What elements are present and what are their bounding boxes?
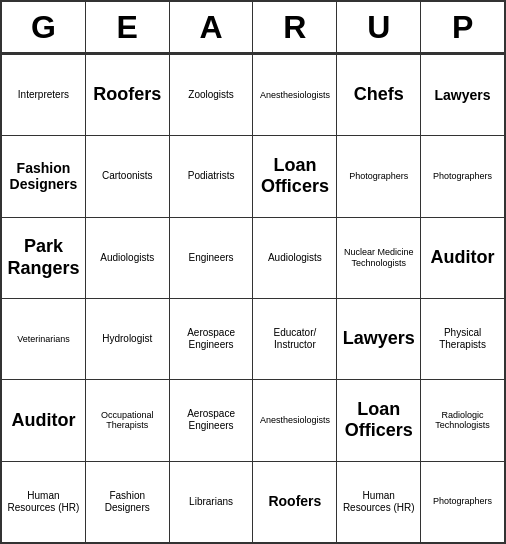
cell-4-1[interactable]: Occupational Therapists <box>86 380 170 460</box>
cell-5-5[interactable]: Photographers <box>421 462 504 542</box>
header-letter-g: G <box>2 2 86 52</box>
cell-5-4[interactable]: Human Resources (HR) <box>337 462 421 542</box>
bingo-card: GEARUP InterpretersRoofersZoologistsAnes… <box>0 0 506 544</box>
grid: InterpretersRoofersZoologistsAnesthesiol… <box>2 54 504 542</box>
cell-3-4[interactable]: Lawyers <box>337 299 421 379</box>
cell-1-2[interactable]: Podiatrists <box>170 136 254 216</box>
header-letter-r: R <box>253 2 337 52</box>
cell-0-2[interactable]: Zoologists <box>170 55 254 135</box>
cell-3-3[interactable]: Educator/ Instructor <box>253 299 337 379</box>
cell-0-0[interactable]: Interpreters <box>2 55 86 135</box>
cell-0-1[interactable]: Roofers <box>86 55 170 135</box>
cell-1-1[interactable]: Cartoonists <box>86 136 170 216</box>
grid-row-2: Park RangersAudiologistsEngineersAudiolo… <box>2 217 504 298</box>
header-letter-a: A <box>170 2 254 52</box>
cell-1-0[interactable]: Fashion Designers <box>2 136 86 216</box>
cell-5-1[interactable]: Fashion Designers <box>86 462 170 542</box>
cell-3-2[interactable]: Aerospace Engineers <box>170 299 254 379</box>
cell-1-4[interactable]: Photographers <box>337 136 421 216</box>
grid-row-4: AuditorOccupational TherapistsAerospace … <box>2 379 504 460</box>
cell-0-3[interactable]: Anesthesiologists <box>253 55 337 135</box>
cell-2-4[interactable]: Nuclear Medicine Technologists <box>337 218 421 298</box>
cell-1-3[interactable]: Loan Officers <box>253 136 337 216</box>
cell-1-5[interactable]: Photographers <box>421 136 504 216</box>
cell-0-4[interactable]: Chefs <box>337 55 421 135</box>
cell-5-3[interactable]: Roofers <box>253 462 337 542</box>
grid-row-3: VeterinariansHydrologistAerospace Engine… <box>2 298 504 379</box>
header-letter-p: P <box>421 2 504 52</box>
cell-2-0[interactable]: Park Rangers <box>2 218 86 298</box>
cell-4-3[interactable]: Anesthesiologists <box>253 380 337 460</box>
cell-2-3[interactable]: Audiologists <box>253 218 337 298</box>
cell-4-0[interactable]: Auditor <box>2 380 86 460</box>
grid-row-0: InterpretersRoofersZoologistsAnesthesiol… <box>2 54 504 135</box>
cell-2-5[interactable]: Auditor <box>421 218 504 298</box>
header-row: GEARUP <box>2 2 504 54</box>
cell-5-2[interactable]: Librarians <box>170 462 254 542</box>
cell-0-5[interactable]: Lawyers <box>421 55 504 135</box>
cell-5-0[interactable]: Human Resources (HR) <box>2 462 86 542</box>
header-letter-u: U <box>337 2 421 52</box>
cell-2-1[interactable]: Audiologists <box>86 218 170 298</box>
cell-4-2[interactable]: Aerospace Engineers <box>170 380 254 460</box>
cell-2-2[interactable]: Engineers <box>170 218 254 298</box>
cell-3-5[interactable]: Physical Therapists <box>421 299 504 379</box>
cell-4-4[interactable]: Loan Officers <box>337 380 421 460</box>
header-letter-e: E <box>86 2 170 52</box>
grid-row-1: Fashion DesignersCartoonistsPodiatristsL… <box>2 135 504 216</box>
cell-4-5[interactable]: Radiologic Technologists <box>421 380 504 460</box>
cell-3-1[interactable]: Hydrologist <box>86 299 170 379</box>
cell-3-0[interactable]: Veterinarians <box>2 299 86 379</box>
grid-row-5: Human Resources (HR)Fashion DesignersLib… <box>2 461 504 542</box>
